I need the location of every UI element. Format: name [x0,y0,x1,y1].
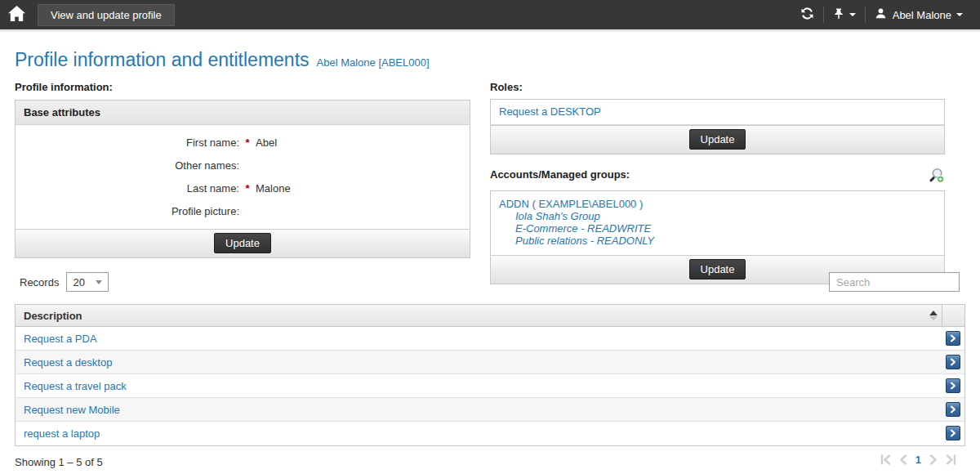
caret-down-icon [849,13,856,16]
first-page-icon[interactable] [876,454,895,465]
records-label: Records [20,276,59,288]
search-input[interactable] [829,272,960,292]
entitlements-table: Description Request a PDA Request a desk… [15,304,965,446]
table-header-description[interactable]: Description [16,305,964,327]
topbar-actions: Abel Malone [791,0,980,29]
table-row: Request new Mobile [16,398,964,422]
accounts-update-button[interactable]: Update [689,259,746,279]
records-per-page-control: Records 20 [20,272,109,292]
chevron-right-button[interactable] [946,426,960,440]
refresh-icon [800,7,814,23]
tab-view-update-profile[interactable]: View and update profile [38,4,175,26]
home-button[interactable] [0,0,33,29]
sort-asc-icon [929,311,938,320]
last-page-icon[interactable] [942,454,960,465]
magnifier-plus-icon[interactable] [928,167,945,186]
required-asterisk: * [239,136,256,149]
refresh-button[interactable] [791,0,823,29]
entitlement-link[interactable]: Request a PDA [24,333,97,345]
page-subtitle: Abel Malone [ABEL000] [317,56,430,69]
showing-status: Showing 1 – 5 of 5 [15,456,103,468]
form-row-last-name: Last name: * Malone [16,177,470,199]
field-label: First name: [16,136,239,149]
page-title-text: Profile information and entitlements [15,49,310,70]
caret-down-icon [956,13,963,16]
prev-page-icon[interactable] [895,454,911,465]
role-link-request-desktop[interactable]: Request a DESKTOP [499,105,601,118]
field-label: Profile picture: [16,205,239,217]
profile-form: First name: * Abel Other names: Last nam… [16,125,470,229]
account-link-addn[interactable]: ADDN ( EXAMPLE\ABEL000 ) [499,198,643,210]
records-count-select[interactable]: 20 [66,272,109,292]
chevron-right-button[interactable] [946,355,960,369]
first-name-value: Abel [256,136,277,149]
table-row: Request a travel pack [16,374,964,398]
user-menu-button[interactable]: Abel Malone [866,0,972,29]
entitlement-link[interactable]: Request a desktop [24,356,112,369]
entitlement-link[interactable]: request a laptop [24,427,100,440]
accounts-section-label: Accounts/Managed groups: [490,168,630,181]
form-row-other-names: Other names: [16,154,470,177]
user-name-label: Abel Malone [893,9,951,21]
required-asterisk: * [239,182,256,195]
topbar-bottom-strip [0,29,980,32]
profile-section-label: Profile information: [15,81,470,93]
roles-section-label: Roles: [490,81,945,93]
page-title: Profile information and entitlementsAbel… [15,49,430,71]
roles-panel: Request a DESKTOP Update [490,99,945,154]
table-row: Request a desktop [16,351,964,374]
header-column-divider [942,305,942,326]
chevron-right-button[interactable] [946,331,960,346]
entitlement-link[interactable]: Request a travel pack [24,380,127,392]
last-name-value: Malone [256,182,291,195]
column-header-label: Description [24,310,82,322]
field-label: Last name: [16,182,239,195]
accounts-panel: ADDN ( EXAMPLE\ABEL000 ) Iola Shah's Gro… [490,190,945,284]
table-row: request a laptop [16,422,964,445]
group-link[interactable]: E-Commerce - READWRITE [515,222,936,235]
right-column: Roles: Request a DESKTOP Update Accounts… [490,81,945,284]
base-attributes-panel: Base attributes First name: * Abel Other… [15,100,470,258]
form-row-profile-picture: Profile picture: [16,199,470,222]
current-page-number[interactable]: 1 [911,454,926,466]
accounts-list: ADDN ( EXAMPLE\ABEL000 ) Iola Shah's Gro… [491,191,944,255]
home-icon [8,6,25,24]
chevron-right-button[interactable] [946,402,960,417]
profile-panel-footer: Update [16,229,470,257]
user-icon [875,7,887,22]
table-row: Request a PDA [16,327,964,351]
records-selected-value: 20 [73,276,84,288]
roles-update-button[interactable]: Update [689,129,746,150]
next-page-icon[interactable] [926,454,942,465]
caret-down-icon [96,280,102,284]
base-attributes-header: Base attributes [16,101,470,125]
profile-update-button[interactable]: Update [214,233,271,253]
pagination: 1 [876,454,960,466]
chevron-right-button[interactable] [946,378,960,393]
top-navigation-bar: View and update profile Abel Malone [0,0,980,29]
pin-menu-button[interactable] [824,0,865,29]
accounts-section-header: Accounts/Managed groups: [490,167,945,186]
form-row-first-name: First name: * Abel [16,131,470,154]
profile-information-section: Profile information: Base attributes Fir… [15,81,470,258]
field-label: Other names: [16,159,239,172]
group-link[interactable]: Public relations - READONLY [515,235,936,247]
role-list-item: Request a DESKTOP [491,100,944,125]
group-link[interactable]: Iola Shah's Group [515,210,936,222]
roles-panel-footer: Update [491,125,944,154]
pin-dropdown-icon [833,7,844,22]
entitlement-link[interactable]: Request new Mobile [24,404,120,416]
